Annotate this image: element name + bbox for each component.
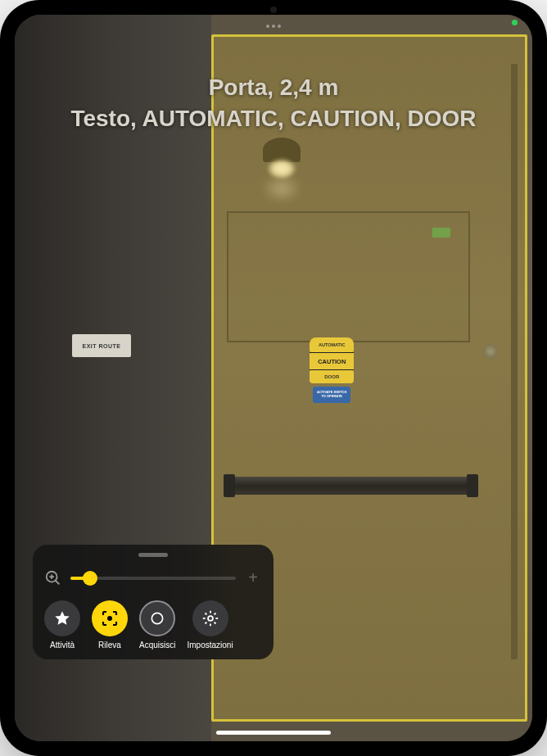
status-bar: [512, 20, 518, 25]
svg-line-1: [56, 580, 60, 584]
control-panel: + Attività: [33, 545, 274, 659]
home-indicator[interactable]: [216, 731, 331, 735]
caution-automatic: AUTOMATIC: [310, 337, 354, 352]
caution-caution: CAUTION: [310, 352, 354, 370]
detect-icon: [92, 600, 128, 636]
zoom-controls: +: [44, 568, 262, 587]
detect-button[interactable]: Rileva: [92, 600, 128, 650]
svg-point-4: [107, 616, 112, 621]
exit-route-sign: EXIT ROUTE: [72, 334, 131, 357]
capture-icon: [139, 600, 175, 636]
settings-label: Impostazioni: [187, 641, 233, 650]
panel-drag-handle[interactable]: [138, 553, 168, 557]
svg-point-5: [152, 613, 163, 623]
detection-line-1: Porta, 2,4 m: [39, 72, 508, 103]
multitask-indicator[interactable]: [266, 25, 281, 28]
scene-push-bar: [227, 477, 475, 495]
detection-overlay: Porta, 2,4 m Testo, AUTOMATIC, CAUTION, …: [15, 72, 532, 134]
camera-privacy-indicator-icon: [512, 20, 518, 25]
front-camera: [270, 7, 277, 13]
ipad-frame: EXIT ROUTE AUTOMATIC CAUTION DOOR ACTIVA…: [0, 0, 547, 756]
settings-button[interactable]: Impostazioni: [187, 600, 233, 650]
screen: EXIT ROUTE AUTOMATIC CAUTION DOOR ACTIVA…: [15, 15, 532, 741]
panel-buttons: Attività Rileva: [44, 600, 262, 650]
caution-instructions: ACTIVATE SWITCH TO OPERATE: [313, 387, 350, 403]
caution-blue-line2: TO OPERATE: [321, 395, 342, 399]
caution-door: DOOR: [310, 370, 354, 383]
zoom-slider-thumb[interactable]: [83, 571, 97, 586]
gear-icon: [192, 600, 228, 636]
star-icon: [44, 600, 80, 636]
detection-line-2: Testo, AUTOMATIC, CAUTION, DOOR: [39, 103, 508, 134]
capture-label: Acquisisci: [139, 641, 175, 650]
activities-button[interactable]: Attività: [44, 600, 80, 650]
zoom-out-icon[interactable]: [44, 569, 62, 587]
activities-label: Attività: [50, 641, 75, 650]
capture-button[interactable]: Acquisisci: [139, 600, 175, 650]
svg-point-6: [208, 616, 213, 621]
detect-label: Rileva: [98, 641, 121, 650]
zoom-slider[interactable]: [70, 577, 236, 580]
exit-route-text: EXIT ROUTE: [82, 343, 120, 349]
caution-sign: AUTOMATIC CAUTION DOOR ACTIVATE SWITCH T…: [310, 337, 354, 411]
zoom-in-icon[interactable]: +: [244, 568, 262, 587]
